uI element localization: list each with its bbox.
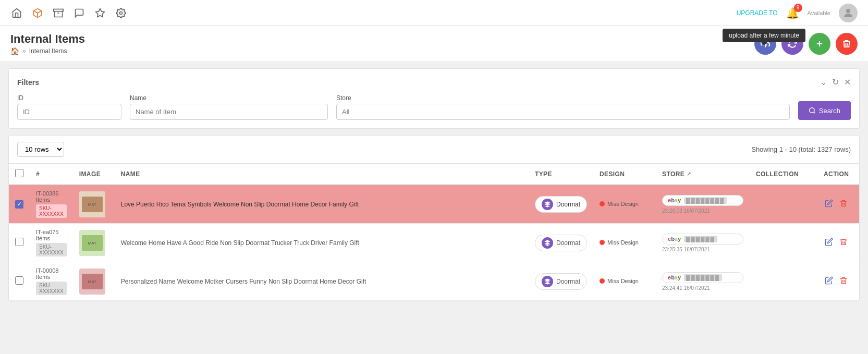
delete-all-button[interactable] <box>836 33 858 55</box>
filters-body: ID Name Store Search <box>17 94 851 120</box>
nav-icon-group <box>10 7 127 19</box>
col-header-image: IMAGE <box>73 164 115 185</box>
row-2-sku: SKU-XXXXXXX <box>36 243 67 257</box>
table-toolbar: 10 rows Showing 1 - 10 (total: 1327 rows… <box>9 136 859 163</box>
col-header-store: STORE ↗ <box>656 164 750 185</box>
filter-name-label: Name <box>130 94 328 102</box>
row-1-action-cell <box>817 185 859 224</box>
filter-name-field: Name <box>130 94 328 120</box>
row-3-sku: SKU-XXXXXXX <box>36 282 67 295</box>
upgrade-link[interactable]: UPGRADE TO <box>737 9 778 17</box>
breadcrumb: 🏠 » Internal Items <box>10 47 85 55</box>
row-2-action-cell <box>817 224 859 262</box>
row-1-checkbox[interactable]: ✓ <box>15 200 23 209</box>
row-1-delete-button[interactable] <box>838 198 849 211</box>
filters-refresh-icon[interactable]: ↻ <box>832 77 839 87</box>
row-3-type-label: Doormat <box>556 278 580 285</box>
user-avatar[interactable] <box>839 4 858 22</box>
row-3-store-badge: ebay ▓▓▓▓▓▓▓ <box>662 272 743 283</box>
row-2-store-ebay-icon: ebay <box>668 236 681 242</box>
row-3-name: Personalized Name Welcome Motker Cursers… <box>121 278 366 285</box>
col-header-collection: COLLECTION <box>750 164 817 185</box>
breadcrumb-home-icon[interactable]: 🏠 <box>10 47 19 55</box>
row-3-store-name: ▓▓▓▓▓▓▓ <box>684 274 722 281</box>
row-1-id-cell: IT-00386 Items SKU-XXXXXXX <box>30 185 73 224</box>
row-3-design-dot <box>600 278 605 284</box>
row-1-id: IT-00386 Items <box>36 190 67 203</box>
row-3-id-cell: IT-00008 Items SKU-XXXXXXX <box>30 262 73 301</box>
row-3-edit-button[interactable] <box>824 275 834 288</box>
filters-collapse-icon[interactable]: ⌄ <box>820 77 827 87</box>
row-2-type-cell: Doormat <box>529 224 593 262</box>
gear-icon[interactable] <box>115 7 127 19</box>
breadcrumb-separator: » <box>22 47 26 55</box>
row-3-design-cell: Miss Design <box>593 262 656 301</box>
row-2-design-dot <box>600 240 605 245</box>
row-2-store-name: ▓▓▓▓▓▓ <box>684 236 717 242</box>
row-2-design-label: Miss Design <box>607 239 639 246</box>
row-1-type-label: Doormat <box>556 201 580 208</box>
row-2-edit-button[interactable] <box>824 237 834 249</box>
row-1-name-cell: Love Puerto Rico Tema Symbols Welcome No… <box>115 185 529 224</box>
row-3-delete-button[interactable] <box>838 275 849 288</box>
row-1-design-badge: Miss Design <box>600 201 639 207</box>
svg-marker-3 <box>96 8 105 17</box>
svg-rect-1 <box>54 9 63 11</box>
filters-section: Filters ⌄ ↻ ✕ ID Name Store Search <box>8 68 860 129</box>
row-2-design-cell: Miss Design <box>593 224 656 262</box>
svg-point-9 <box>810 108 814 113</box>
row-1-store-name: ▓▓▓▓▓▓▓▓ <box>684 197 727 204</box>
cube-icon[interactable] <box>31 7 44 19</box>
filter-name-input[interactable] <box>130 104 328 120</box>
row-2-type-icon <box>542 237 553 249</box>
col-header-design: DESIGN <box>593 164 656 185</box>
filters-close-icon[interactable]: ✕ <box>844 77 851 87</box>
home-icon[interactable] <box>10 7 23 19</box>
rows-per-page-select[interactable]: 10 rows <box>17 142 64 157</box>
row-2-store-cell: ebay ▓▓▓▓▓▓ 23:25:35 16/07/2021 <box>656 224 750 262</box>
comment-icon[interactable] <box>73 7 85 19</box>
row-1-actions <box>824 198 853 211</box>
table-row: IT-00008 Items SKU-XXXXXXX MAT Personali… <box>9 262 859 301</box>
showing-text: Showing 1 - 10 (total: 1327 rows) <box>751 145 851 153</box>
row-3-thumbnail: MAT <box>79 268 105 295</box>
row-2-check-cell <box>9 224 30 262</box>
table-wrap: # IMAGE NAME TYPE DESIGN STORE ↗ COLLECT… <box>9 163 859 301</box>
filter-store-input[interactable] <box>336 104 790 120</box>
row-3-name-cell: Personalized Name Welcome Motker Cursers… <box>115 262 529 301</box>
row-3-store-date: 23:24:41 16/07/2021 <box>662 285 743 291</box>
upload-tooltip: upload after a few minute <box>723 29 805 42</box>
notification-bell[interactable]: 🔔 9 <box>786 7 799 19</box>
notification-badge: 9 <box>794 4 802 12</box>
filter-store-label: Store <box>336 94 790 102</box>
select-all-checkbox[interactable] <box>15 169 23 177</box>
row-1-store-info: ebay ▓▓▓▓▓▓▓▓ 23:26:03 16/07/2021 <box>662 195 743 214</box>
search-button[interactable]: Search <box>798 101 851 120</box>
row-3-image-cell: MAT <box>73 262 115 301</box>
row-1-sku: SKU-XXXXXXX <box>36 204 67 218</box>
row-2-checkbox[interactable] <box>15 238 23 246</box>
top-navigation: UPGRADE TO 🔔 9 Available <box>0 0 868 26</box>
archive-icon[interactable] <box>52 7 65 19</box>
row-2-thumbnail: MAT <box>79 230 105 256</box>
add-button[interactable] <box>809 33 830 55</box>
filters-controls: ⌄ ↻ ✕ <box>820 77 851 87</box>
svg-text:MAT: MAT <box>88 241 96 246</box>
row-2-delete-button[interactable] <box>838 237 849 249</box>
row-3-checkbox[interactable] <box>15 276 23 285</box>
row-1-type-icon <box>542 199 553 210</box>
col-header-type: TYPE <box>529 164 593 185</box>
table-body: ✓ IT-00386 Items SKU-XXXXXXX MAT Love Pu… <box>9 185 859 301</box>
row-2-image-cell: MAT <box>73 224 115 262</box>
row-1-name: Love Puerto Rico Tema Symbols Welcome No… <box>121 201 359 208</box>
filter-id-input[interactable] <box>17 104 121 120</box>
star-icon[interactable] <box>94 7 106 19</box>
row-1-check-cell: ✓ <box>9 185 30 224</box>
row-1-edit-button[interactable] <box>824 198 834 211</box>
row-3-collection-cell <box>750 262 817 301</box>
row-3-actions <box>824 275 853 288</box>
row-1-image-cell: MAT <box>73 185 115 224</box>
table-header-row: # IMAGE NAME TYPE DESIGN STORE ↗ COLLECT… <box>9 164 859 185</box>
row-3-store-info: ebay ▓▓▓▓▓▓▓ 23:24:41 16/07/2021 <box>662 272 743 291</box>
filter-id-label: ID <box>17 94 121 102</box>
